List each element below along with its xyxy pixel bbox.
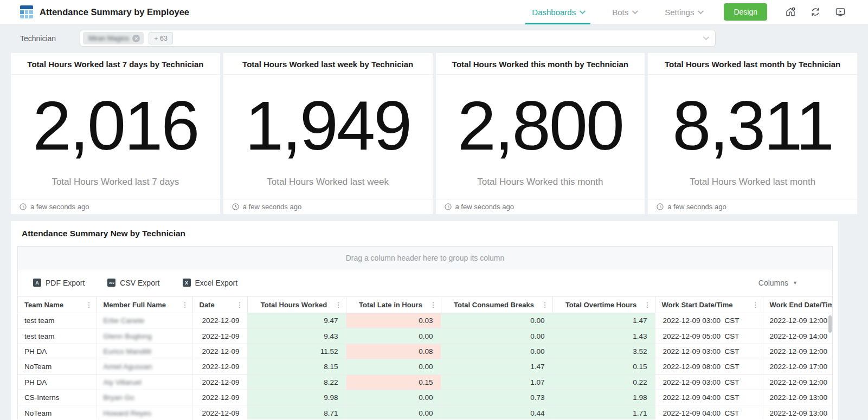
kpi-card-last-month: Total Hours Worked last month by Technic… xyxy=(648,53,857,214)
kpi-updated-text: a few seconds ago xyxy=(455,203,514,211)
dropdown-arrow-icon: ▼ xyxy=(793,280,798,286)
table-header-row: Team Name⋮ Member Full Name⋮ Date⋮ Total… xyxy=(18,296,832,313)
presentation-icon[interactable] xyxy=(834,5,847,18)
clock-icon xyxy=(445,203,452,210)
cell-late: 0.00 xyxy=(346,405,441,419)
kpi-card-last-week: Total Hours Worked last week by Technici… xyxy=(223,53,433,214)
kpi-card-title: Total Hours Worked last month by Technic… xyxy=(648,53,857,75)
top-bar: Attendance Summary by Employee Dashboard… xyxy=(0,0,868,24)
refresh-icon[interactable] xyxy=(809,5,822,18)
kpi-card-last-7-days: Total Hours Worked last 7 days by Techni… xyxy=(11,53,220,214)
cell-member: Amiel Agusoan xyxy=(104,363,152,371)
technician-filter-input[interactable]: Miran Magios × + 63 xyxy=(80,30,716,47)
column-header-work-start[interactable]: Work Start Date/Time⋮ xyxy=(655,296,763,313)
cell-date: 2022-12-09 xyxy=(192,313,247,328)
kpi-subtitle: Total Hours Worked this month xyxy=(436,177,645,199)
column-header-team-name[interactable]: Team Name⋮ xyxy=(18,296,97,313)
scrollbar-thumb[interactable] xyxy=(828,315,832,333)
technician-tag-label: Miran Magios xyxy=(88,35,129,42)
cell-team: NoTeam xyxy=(18,359,97,374)
panel-title: Attendance Summary New by Technician xyxy=(11,221,838,246)
cell-member-wrap: Eurico Mandilit xyxy=(97,344,192,359)
column-header-member-full-name[interactable]: Member Full Name⋮ xyxy=(97,296,192,313)
more-count-badge[interactable]: + 63 xyxy=(149,32,173,44)
csv-export-button[interactable]: csv CSV Export xyxy=(107,279,159,287)
pdf-export-button[interactable]: A PDF Export xyxy=(33,279,85,287)
column-menu-icon[interactable]: ⋮ xyxy=(752,301,759,309)
csv-export-label: CSV Export xyxy=(120,279,159,287)
column-menu-icon[interactable]: ⋮ xyxy=(542,301,549,309)
cell-breaks: 1.47 xyxy=(441,359,552,374)
cell-date: 2022-12-09 xyxy=(192,328,247,344)
cell-team: PH DA xyxy=(18,344,97,359)
page: Attendance Summary by Employee Dashboard… xyxy=(0,0,868,420)
clock-icon xyxy=(657,203,664,210)
nav-settings-label: Settings xyxy=(665,8,694,17)
nav-bots[interactable]: Bots xyxy=(598,0,651,24)
nav-dashboards[interactable]: Dashboards xyxy=(518,0,598,24)
filter-row: Technician Miran Magios × + 63 xyxy=(0,24,868,52)
kpi-cards-row: Total Hours Worked last 7 days by Techni… xyxy=(0,53,868,214)
columns-dropdown-button[interactable]: Columns ▼ xyxy=(758,279,821,287)
cell-end: 2022-12-09 12:00 xyxy=(763,374,832,390)
kpi-value: 2,800 xyxy=(436,75,645,177)
cell-late: 0.00 xyxy=(346,390,441,405)
cell-date: 2022-12-09 xyxy=(192,390,247,405)
csv-file-icon: csv xyxy=(107,279,115,287)
vertical-scrollbar[interactable] xyxy=(828,314,832,419)
attendance-table-panel: Attendance Summary New by Technician Dra… xyxy=(11,221,838,420)
table-scroll-area: Team Name⋮ Member Full Name⋮ Date⋮ Total… xyxy=(18,296,832,419)
cell-end: 2022-12-09 12:00 xyxy=(763,313,832,328)
cell-hours: 8.71 xyxy=(247,405,346,419)
cell-hours: 9.43 xyxy=(247,328,346,344)
column-header-total-late-in-hours[interactable]: Total Late in Hours⋮ xyxy=(346,296,441,313)
column-menu-icon[interactable]: ⋮ xyxy=(644,301,651,309)
cell-hours: 9.98 xyxy=(247,390,346,405)
column-header-total-hours-worked[interactable]: Total Hours Worked⋮ xyxy=(247,296,346,313)
column-menu-icon[interactable]: ⋮ xyxy=(236,301,243,309)
excel-file-icon: X xyxy=(183,279,191,287)
cell-member: Erbe Canete xyxy=(104,316,145,325)
excel-export-button[interactable]: X Excel Export xyxy=(183,279,238,287)
nav-bots-label: Bots xyxy=(612,8,628,17)
column-header-total-consumed-breaks[interactable]: Total Consumed Breaks⋮ xyxy=(441,296,552,313)
column-header-work-end[interactable]: Work End Date/Time xyxy=(763,296,832,313)
cell-breaks: 0.00 xyxy=(441,328,552,344)
kpi-card-footer: a few seconds ago xyxy=(436,199,645,214)
cell-breaks: 0.73 xyxy=(441,390,552,405)
column-header-total-overtime-hours[interactable]: Total Overtime Hours⋮ xyxy=(552,296,655,313)
column-menu-icon[interactable]: ⋮ xyxy=(86,301,93,309)
cell-date: 2022-12-09 xyxy=(192,359,247,374)
kpi-value: 1,949 xyxy=(223,75,433,177)
remove-tag-icon[interactable]: × xyxy=(132,35,140,42)
cell-overtime: 0.22 xyxy=(552,374,655,390)
cell-start: 2022-12-09 08:00 CST xyxy=(655,359,763,374)
chevron-down-icon xyxy=(698,8,704,14)
pdf-file-icon: A xyxy=(33,279,41,287)
table-row: PH DA Eurico Mandilit 2022-12-09 11.52 0… xyxy=(18,344,832,359)
design-button[interactable]: Design xyxy=(724,3,767,21)
cell-late: 0.15 xyxy=(346,374,441,390)
cell-member: Glenn Buglong xyxy=(104,332,152,340)
cell-date: 2022-12-09 xyxy=(192,405,247,419)
chevron-down-icon[interactable] xyxy=(703,34,709,40)
nav-settings[interactable]: Settings xyxy=(651,0,716,24)
excel-export-label: Excel Export xyxy=(195,279,238,287)
column-menu-icon[interactable]: ⋮ xyxy=(182,301,189,309)
cell-team: PH DA xyxy=(18,374,97,390)
column-menu-icon[interactable]: ⋮ xyxy=(335,301,342,309)
table-row: CS-Interns Bryan Go 2022-12-09 9.98 0.00… xyxy=(18,390,832,405)
data-grid: Drag a column header here to group its c… xyxy=(17,246,833,419)
cell-start: 2022-12-09 04:00 CST xyxy=(655,405,763,419)
cell-member-wrap: Aiy Villaruel xyxy=(97,374,192,390)
column-menu-icon[interactable]: ⋮ xyxy=(430,301,437,309)
kpi-card-footer: a few seconds ago xyxy=(648,199,857,214)
cell-late: 0.00 xyxy=(346,328,441,344)
share-home-icon[interactable] xyxy=(784,5,797,18)
group-by-bar[interactable]: Drag a column header here to group its c… xyxy=(18,247,832,269)
top-nav: Dashboards Bots Settings Design xyxy=(518,0,853,24)
cell-hours: 11.52 xyxy=(247,344,346,359)
column-header-date[interactable]: Date⋮ xyxy=(192,296,247,313)
kpi-subtitle: Total Hours Worked last 7 days xyxy=(11,177,220,199)
attendance-table: Team Name⋮ Member Full Name⋮ Date⋮ Total… xyxy=(18,296,832,419)
